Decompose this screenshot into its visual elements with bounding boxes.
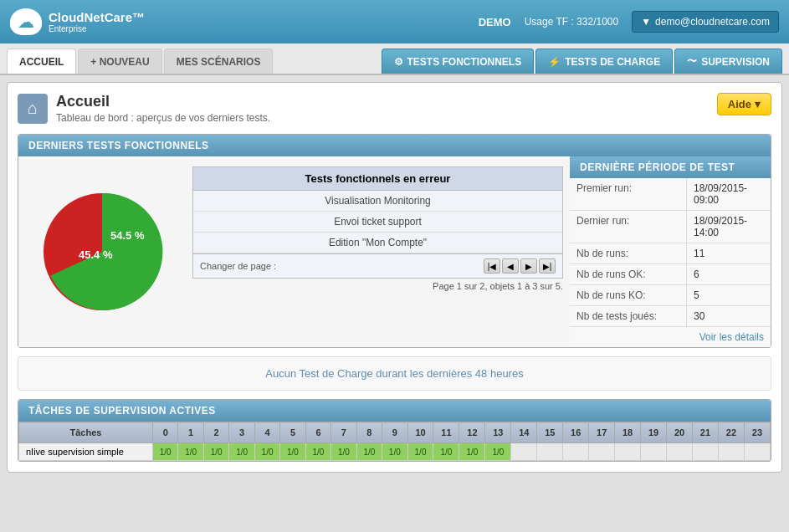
- stats-value-2: 11: [687, 243, 771, 263]
- col-hour-22: 22: [718, 422, 744, 443]
- aide-button[interactable]: Aide ▾: [717, 93, 771, 115]
- col-hour-6: 6: [305, 422, 330, 443]
- col-hour-14: 14: [511, 422, 537, 443]
- tab-charge[interactable]: ⚡ TESTS DE CHARGE: [535, 49, 673, 74]
- cell-3: 1/0: [229, 443, 254, 461]
- stats-label-5: Nb de tests joués:: [570, 306, 687, 326]
- cell-12: 1/0: [459, 443, 485, 461]
- last-page-button[interactable]: ▶|: [539, 258, 556, 274]
- navbar: ACCUEIL + NOUVEAU MES SCÉNARIOS ⚙ TESTS …: [0, 43, 789, 75]
- stats-label-0: Premier run:: [570, 178, 687, 210]
- col-hour-3: 3: [229, 422, 254, 443]
- next-page-button[interactable]: ▶: [520, 258, 537, 274]
- logo-icon: ☁: [10, 8, 42, 35]
- error-table: Visualisation Monitoring Envoi ticket su…: [192, 190, 563, 254]
- stats-row: Nb de runs OK: 6: [570, 264, 771, 285]
- error-row[interactable]: Edition "Mon Compte": [193, 233, 562, 253]
- pie-green-label: 54.5 %: [110, 229, 145, 242]
- prev-page-button[interactable]: ◀: [502, 258, 519, 274]
- col-hour-4: 4: [254, 422, 279, 443]
- cell-5: 1/0: [280, 443, 305, 461]
- charge-notice: Aucun Test de Charge durant les dernière…: [18, 356, 771, 391]
- stats-label-4: Nb de runs KO:: [570, 285, 687, 305]
- col-hour-21: 21: [693, 422, 719, 443]
- stats-label-3: Nb de runs OK:: [570, 264, 687, 284]
- col-hour-18: 18: [615, 422, 641, 443]
- tab-scenarios[interactable]: MES SCÉNARIOS: [164, 49, 274, 74]
- error-row[interactable]: Visualisation Monitoring: [193, 191, 562, 212]
- supervision-nav-label: SUPERVISION: [701, 56, 770, 68]
- col-hour-1: 1: [178, 422, 203, 443]
- cell-0: 1/0: [153, 443, 178, 461]
- aide-label: Aide: [728, 98, 751, 110]
- stats-value-1: 18/09/2015-14:00: [687, 211, 771, 243]
- col-hour-8: 8: [356, 422, 382, 443]
- title-block: Accueil Tableau de bord : aperçus de vos…: [56, 93, 270, 124]
- col-hour-17: 17: [589, 422, 615, 443]
- functional-section: DERNIERS TESTS FONCTIONNELS 45.4 % 54.5 …: [18, 134, 771, 348]
- scenarios-label: MES SCÉNARIOS: [177, 56, 261, 68]
- header-right: DEMO Usage TF : 332/1000 ▼ demo@cloudnet…: [479, 11, 779, 33]
- tab-accueil[interactable]: ACCUEIL: [7, 49, 76, 74]
- chevron-down-icon: ▾: [755, 98, 761, 110]
- changer-label: Changer de page :: [200, 261, 276, 271]
- error-table-area: Tests fonctionnels en erreur Visualisati…: [186, 156, 570, 347]
- cell-8: 1/0: [356, 443, 382, 461]
- accueil-label: ACCUEIL: [19, 56, 64, 68]
- cell-20: [667, 443, 693, 461]
- stats-value-3: 6: [687, 264, 771, 284]
- tab-fonctionnels[interactable]: ⚙ TESTS FONCTIONNELS: [382, 49, 535, 74]
- cell-4: 1/0: [254, 443, 279, 461]
- pie-chart: 45.4 % 54.5 %: [35, 185, 169, 319]
- cell-19: [641, 443, 667, 461]
- cell-18: [615, 443, 641, 461]
- stats-row: Nb de runs KO: 5: [570, 285, 771, 306]
- task-name: nIive supervision simple: [19, 443, 153, 461]
- col-hour-2: 2: [203, 422, 228, 443]
- stats-value-4: 5: [687, 285, 771, 305]
- user-menu[interactable]: ▼ demo@cloudnetcare.com: [632, 11, 779, 33]
- cloud-icon: ☁: [18, 13, 34, 30]
- stats-label-1: Dernier run:: [570, 211, 687, 243]
- functional-section-header: DERNIERS TESTS FONCTIONNELS: [18, 135, 771, 156]
- details-link[interactable]: Voir les détails: [570, 327, 771, 347]
- cell-1: 1/0: [178, 443, 203, 461]
- cell-7: 1/0: [331, 443, 356, 461]
- brand-name: CloudNetCare™: [49, 10, 145, 24]
- tab-nouveau[interactable]: + NOUVEAU: [78, 49, 161, 74]
- nouveau-label: + NOUVEAU: [90, 56, 149, 68]
- main-content: ⌂ Accueil Tableau de bord : aperçus de v…: [0, 75, 789, 532]
- pagination-info: Page 1 sur 2, objets 1 à 3 sur 5.: [192, 279, 563, 291]
- logo-text: CloudNetCare™ Enterprise: [49, 10, 145, 33]
- wave-icon: 〜: [687, 54, 697, 69]
- col-hour-15: 15: [537, 422, 563, 443]
- col-hour-10: 10: [407, 422, 433, 443]
- gear-icon: ⚙: [394, 56, 403, 68]
- tab-supervision[interactable]: 〜 SUPERVISION: [674, 49, 782, 74]
- col-hour-16: 16: [563, 422, 589, 443]
- error-row[interactable]: Envoi ticket support: [193, 212, 562, 233]
- cell-11: 1/0: [433, 443, 459, 461]
- cell-16: [563, 443, 589, 461]
- stats-value-5: 30: [687, 306, 771, 326]
- content-box: ⌂ Accueil Tableau de bord : aperçus de v…: [7, 82, 782, 473]
- col-hour-0: 0: [153, 422, 178, 443]
- usage-label: Usage TF : 332/1000: [525, 16, 619, 28]
- col-hour-20: 20: [667, 422, 693, 443]
- pie-red-label: 45.4 %: [79, 248, 113, 261]
- first-page-button[interactable]: |◀: [484, 258, 500, 274]
- cell-15: [537, 443, 563, 461]
- col-hour-23: 23: [744, 422, 770, 443]
- fonctionnels-label: TESTS FONCTIONNELS: [407, 56, 522, 68]
- cell-13: 1/0: [485, 443, 511, 461]
- cell-23: [744, 443, 770, 461]
- col-hour-7: 7: [331, 422, 356, 443]
- logo-area: ☁ CloudNetCare™ Enterprise: [10, 8, 145, 35]
- pagination: Changer de page : |◀ ◀ ▶ ▶|: [192, 254, 563, 279]
- col-hour-5: 5: [280, 422, 305, 443]
- col-hour-19: 19: [641, 422, 667, 443]
- col-hour-9: 9: [382, 422, 407, 443]
- cell-9: 1/0: [382, 443, 407, 461]
- user-email: demo@cloudnetcare.com: [655, 16, 770, 28]
- page-title: Accueil: [56, 93, 270, 110]
